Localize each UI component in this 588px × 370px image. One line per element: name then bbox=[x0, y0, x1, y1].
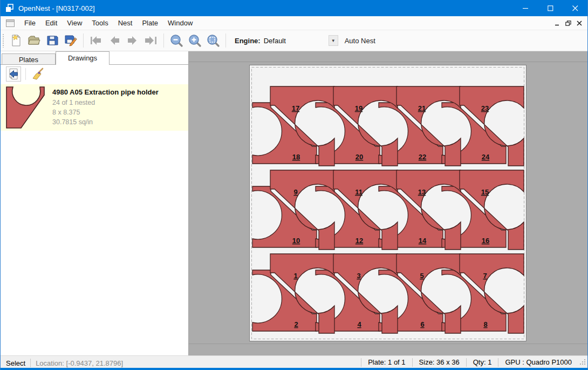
zoom-extents-button[interactable] bbox=[204, 32, 222, 49]
menu-tools[interactable]: Tools bbox=[87, 16, 113, 30]
part-number-label: 11 bbox=[355, 188, 363, 196]
app-window: OpenNest - [N0317-002] File Edit View To… bbox=[0, 0, 588, 370]
drawing-info: 4980 A05 Extraction pipe holder 24 of 1 … bbox=[52, 88, 159, 127]
engine-label: Engine: bbox=[235, 37, 261, 45]
status-plate-size: Size: 36 x 36 bbox=[418, 358, 461, 366]
toolbar-separator bbox=[225, 33, 226, 48]
status-gpu: GPU : Quadro P1000 bbox=[503, 358, 573, 366]
left-panel: Plates Drawings bbox=[1, 51, 189, 355]
engine-combobox[interactable]: Default bbox=[264, 37, 329, 45]
mdi-document-icon[interactable] bbox=[6, 19, 15, 27]
mdi-minimize-icon[interactable] bbox=[555, 21, 560, 26]
menu-window[interactable]: Window bbox=[163, 16, 197, 30]
drawings-toolbar bbox=[1, 65, 188, 83]
window-bottom-border bbox=[0, 368, 588, 370]
status-separator bbox=[30, 359, 31, 367]
auto-nest-toggle[interactable]: Auto Nest bbox=[345, 37, 375, 45]
part-number-label: 5 bbox=[420, 272, 423, 280]
part-number-label: 7 bbox=[483, 272, 487, 280]
status-bar: Select Location: [-0.9437, 21.8796] Plat… bbox=[1, 355, 587, 370]
drawing-area: 30.7815 sq/in bbox=[52, 117, 159, 127]
last-plate-button[interactable] bbox=[142, 32, 160, 49]
canvas-bottom-edge bbox=[189, 344, 587, 344]
next-plate-button[interactable] bbox=[124, 32, 142, 49]
plate-view[interactable]: 171921231820222491113151012141613572468 bbox=[249, 65, 527, 341]
panel-tabstrip: Plates Drawings bbox=[1, 51, 188, 65]
nest-canvas[interactable]: 171921231820222491113151012141613572468 bbox=[189, 51, 587, 355]
part-number-label: 6 bbox=[420, 320, 424, 328]
part-number-label: 8 bbox=[483, 320, 487, 328]
status-plate-count: Plate: 1 of 1 bbox=[366, 358, 407, 366]
menu-file[interactable]: File bbox=[19, 16, 40, 30]
resize-grip-icon[interactable] bbox=[579, 358, 586, 367]
status-separator bbox=[412, 358, 413, 367]
part-thumbnail bbox=[1, 86, 52, 129]
menu-edit[interactable]: Edit bbox=[40, 16, 62, 30]
title-bar: OpenNest - [N0317-002] bbox=[1, 0, 587, 16]
part-number-label: 24 bbox=[482, 153, 490, 161]
previous-plate-button[interactable] bbox=[105, 32, 124, 49]
part-number-label: 14 bbox=[419, 237, 427, 245]
zoom-out-button[interactable] bbox=[167, 32, 186, 49]
toolbar-separator bbox=[163, 33, 164, 48]
close-button[interactable] bbox=[563, 0, 587, 16]
tab-drawings[interactable]: Drawings bbox=[56, 51, 110, 65]
part-number-label: 20 bbox=[355, 153, 363, 161]
part-number-label: 23 bbox=[481, 104, 489, 112]
status-mode: Select bbox=[6, 359, 25, 367]
status-separator bbox=[361, 358, 361, 367]
part-number-label: 21 bbox=[418, 104, 426, 112]
drawing-list-item[interactable]: 4980 A05 Extraction pipe holder 24 of 1 … bbox=[1, 84, 188, 131]
app-logo-icon bbox=[5, 4, 14, 12]
mdi-restore-icon[interactable] bbox=[565, 21, 571, 26]
maximize-button[interactable] bbox=[538, 0, 563, 16]
drawing-nested-count: 24 of 1 nested bbox=[52, 98, 159, 107]
mdi-close-icon[interactable] bbox=[577, 21, 582, 26]
part-number-label: 19 bbox=[355, 104, 363, 112]
part-number-label: 13 bbox=[418, 188, 426, 196]
zoom-in-button[interactable] bbox=[186, 32, 204, 49]
part-number-label: 18 bbox=[292, 153, 300, 161]
part-thumbnail-shape bbox=[6, 87, 44, 128]
drawing-title: 4980 A05 Extraction pipe holder bbox=[52, 88, 159, 96]
part-number-label: 10 bbox=[292, 237, 300, 245]
minimize-button[interactable] bbox=[513, 0, 538, 16]
tab-plates[interactable]: Plates bbox=[2, 53, 56, 65]
drawing-dimensions: 8 x 8.375 bbox=[52, 107, 159, 117]
window-title: OpenNest - [N0317-002] bbox=[18, 4, 95, 12]
iconbar-separator bbox=[25, 68, 26, 80]
drawings-tab-body: 4980 A05 Extraction pipe holder 24 of 1 … bbox=[1, 64, 188, 355]
save-as-button[interactable] bbox=[61, 32, 80, 49]
status-separator bbox=[466, 358, 467, 367]
status-qty: Qty: 1 bbox=[471, 358, 494, 366]
menu-plate[interactable]: Plate bbox=[137, 16, 163, 30]
part-number-label: 16 bbox=[482, 237, 489, 245]
new-file-button[interactable] bbox=[6, 32, 25, 49]
engine-dropdown-arrow-icon[interactable]: ▼ bbox=[329, 35, 338, 46]
part-number-label: 15 bbox=[481, 188, 489, 196]
status-location: Location: [-0.9437, 21.8796] bbox=[36, 359, 123, 367]
return-to-drawings-button[interactable] bbox=[6, 66, 21, 82]
menu-bar: File Edit View Tools Nest Plate Window bbox=[1, 16, 587, 30]
save-button[interactable] bbox=[43, 32, 61, 49]
part-number-label: 4 bbox=[357, 320, 361, 328]
part-number-label: 9 bbox=[293, 188, 297, 196]
first-plate-button[interactable] bbox=[87, 32, 105, 49]
canvas-top-edge bbox=[189, 51, 587, 62]
part-number-label: 12 bbox=[355, 237, 363, 245]
part-number-label: 17 bbox=[292, 104, 299, 112]
status-separator bbox=[498, 358, 498, 367]
clear-drawings-button[interactable] bbox=[30, 66, 45, 82]
toolbar-grip[interactable] bbox=[2, 33, 4, 48]
open-file-button[interactable] bbox=[25, 32, 43, 49]
menu-view[interactable]: View bbox=[62, 16, 87, 30]
menu-nest[interactable]: Nest bbox=[113, 16, 138, 30]
part-number-label: 22 bbox=[419, 153, 426, 161]
part-number-label: 3 bbox=[357, 272, 360, 280]
toolbar-separator bbox=[83, 33, 84, 48]
part-number-label: 1 bbox=[293, 272, 297, 280]
part-number-label: 2 bbox=[294, 320, 298, 328]
main-toolbar: Engine: Default ▼ Auto Nest bbox=[1, 30, 587, 51]
